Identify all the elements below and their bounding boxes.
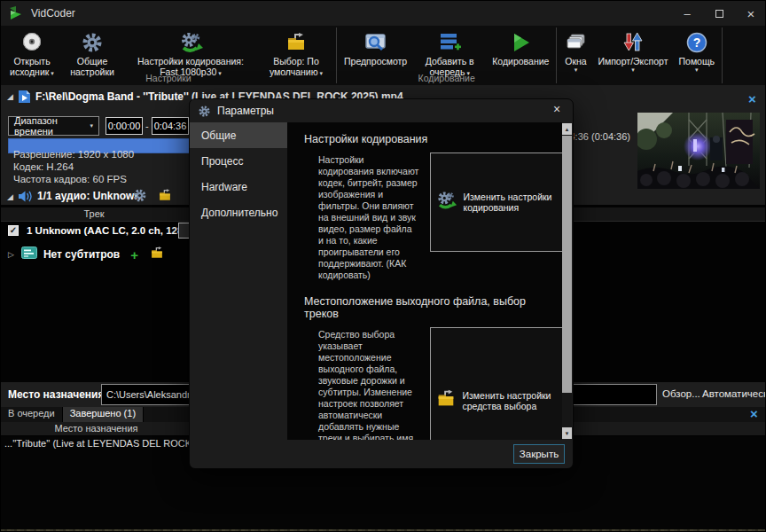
dialog-scrollbar[interactable]: ▲ ▼ [562, 123, 572, 439]
clear-completed-button[interactable]: × [750, 408, 758, 420]
browse-button[interactable]: Обзор... [662, 388, 700, 399]
subtitles-expander-icon[interactable]: ▷ [8, 250, 14, 259]
encode-label: Кодирование [492, 56, 549, 66]
disc-icon [20, 29, 43, 56]
maximize-button[interactable] [703, 1, 735, 26]
range-start-input[interactable] [106, 117, 143, 135]
close-button[interactable]: × [735, 1, 766, 26]
toolbar-group-settings: Открыть исходник▾ Общие настройки Настро… [1, 26, 336, 85]
options-dialog: Параметры × Общие Процесс Hardware Допол… [189, 98, 574, 469]
dialog-footer: Закрыть [190, 440, 573, 468]
audio-header: 1/1 аудио: Unknown [37, 190, 141, 202]
scroll-down-button[interactable]: ▼ [562, 427, 572, 439]
encode-button[interactable]: Кодирование [487, 27, 554, 68]
dialog-titlebar: Параметры × [190, 99, 573, 122]
dialog-tab-process[interactable]: Процесс [190, 148, 287, 174]
subtitle-icon [21, 246, 37, 262]
completed-column-header: Место назначения [14, 423, 178, 434]
windows-button[interactable]: Окна ▾ [559, 27, 592, 75]
encoding-gears-icon [177, 29, 204, 56]
dialog-gear-icon [198, 105, 211, 118]
source-framerate: Частота кадров: 60 FPS [13, 174, 127, 184]
edit-encoding-settings-button[interactable]: Изменить настройки кодирования [430, 153, 562, 252]
edit-picker-settings-label: Изменить настройки средства выбора [463, 390, 563, 411]
dialog-title: Параметры [217, 105, 274, 117]
preview-label: Предпросмотр [344, 56, 407, 66]
section-heading-picker: Местоположение выходного файла, выбор тр… [304, 295, 553, 320]
windows-icon [564, 29, 587, 56]
import-export-label: Импорт/Экспорт [598, 56, 668, 66]
scroll-up-button[interactable]: ▲ [562, 123, 572, 135]
range-end-input[interactable] [152, 117, 189, 135]
dialog-tab-list: Общие Процесс Hardware Дополнительно [190, 122, 287, 440]
import-export-icon [621, 29, 645, 56]
destination-label: Место назначения: [8, 388, 108, 401]
titlebar: VidCoder – × [1, 1, 766, 26]
range-mode-value: Диапазон времени [14, 115, 88, 137]
close-source-button[interactable]: × [748, 93, 756, 106]
range-dash: - [145, 121, 149, 131]
edit-encoding-settings-label: Изменить настройки кодирования [464, 192, 563, 213]
encoding-gears-icon [434, 190, 457, 215]
dropdown-caret-icon: ▾ [631, 66, 635, 74]
app-logo-icon [8, 5, 24, 21]
general-settings-button[interactable]: Общие настройки [61, 27, 123, 79]
picker-folder-icon [285, 29, 308, 56]
audio-expander-icon[interactable]: ◢ [7, 192, 13, 201]
help-label: Помощь [679, 56, 715, 66]
section-body-encoding: Настройки кодирования включают кодек, би… [318, 154, 419, 281]
audio-picker-folder-icon[interactable] [157, 188, 173, 207]
subtitles-label: Нет субтитров [43, 248, 120, 261]
edit-picker-settings-button[interactable]: Изменить настройки средства выбора [430, 327, 562, 440]
windows-label: Окна [565, 56, 586, 66]
chevron-down-icon: ▾ [90, 122, 93, 129]
dropdown-caret-icon: ▾ [574, 66, 578, 74]
source-resolution: Разрешение: 1920 x 1080 [13, 149, 134, 160]
dialog-content: Настройки кодирования Настройки кодирова… [287, 122, 562, 440]
toolbar-group-label-encoding: Кодирование [337, 73, 556, 83]
toolbar-group-label-settings: Настройки [1, 73, 336, 83]
scrollbar-thumb[interactable] [562, 136, 572, 393]
app-title: VidCoder [31, 7, 75, 20]
dialog-tab-advanced[interactable]: Дополнительно [190, 200, 287, 225]
picker-folder-icon [435, 388, 457, 413]
audio-settings-gear-icon[interactable] [132, 188, 147, 207]
gear-icon [81, 29, 104, 56]
subtitle-picker-folder-icon[interactable] [149, 246, 165, 264]
track-column-header: Трек [19, 208, 169, 219]
toolbar-group-encoding: Предпросмотр Добавить в очередь▾ Кодиров… [337, 26, 556, 85]
add-queue-icon [438, 29, 461, 56]
section-body-picker: Средство выбора указывает местоположение… [318, 329, 419, 440]
check-icon: ✓ [10, 226, 17, 235]
dialog-tab-hardware[interactable]: Hardware [190, 174, 287, 200]
dialog-close-button[interactable]: × [548, 102, 566, 116]
vidcoder-window: VidCoder – × Открыть исходник▾ Общие нас… [0, 0, 766, 532]
toolbar-group-misc: Окна ▾ Импорт/Экспорт ▾ ? Помощь ▾ [557, 26, 722, 85]
svg-text:?: ? [693, 35, 701, 50]
auto-name-button[interactable]: Автоматически [702, 388, 766, 399]
tab-queue[interactable]: В очереди [1, 407, 63, 422]
help-button[interactable]: ? Помощь ▾ [674, 27, 721, 75]
track-checkbox[interactable]: ✓ [8, 225, 19, 236]
add-subtitle-button[interactable]: + [130, 247, 138, 262]
dropdown-caret-icon: ▾ [695, 66, 699, 74]
minimize-button[interactable]: – [671, 1, 703, 26]
maximize-icon [715, 10, 723, 18]
toolbar: Открыть исходник▾ Общие настройки Настро… [1, 26, 766, 85]
import-export-button[interactable]: Импорт/Экспорт ▾ [592, 27, 673, 75]
dialog-close-action-button[interactable]: Закрыть [513, 444, 565, 464]
video-file-icon [18, 90, 31, 107]
video-preview-thumbnail [637, 113, 760, 189]
toolbar-separator [722, 27, 723, 83]
range-mode-dropdown[interactable]: Диапазон времени ▾ [8, 116, 99, 136]
source-expander-icon[interactable]: ◢ [7, 92, 13, 101]
dialog-tab-general[interactable]: Общие [190, 122, 287, 148]
section-heading-encoding: Настройки кодирования [304, 133, 553, 145]
preview-button[interactable]: Предпросмотр [339, 27, 412, 68]
help-icon: ? [685, 29, 708, 56]
source-codec: Кодек: H.264 [13, 161, 74, 172]
preview-icon [363, 29, 388, 56]
encode-play-icon [509, 29, 532, 56]
tab-completed[interactable]: Завершено (1) [63, 407, 144, 422]
